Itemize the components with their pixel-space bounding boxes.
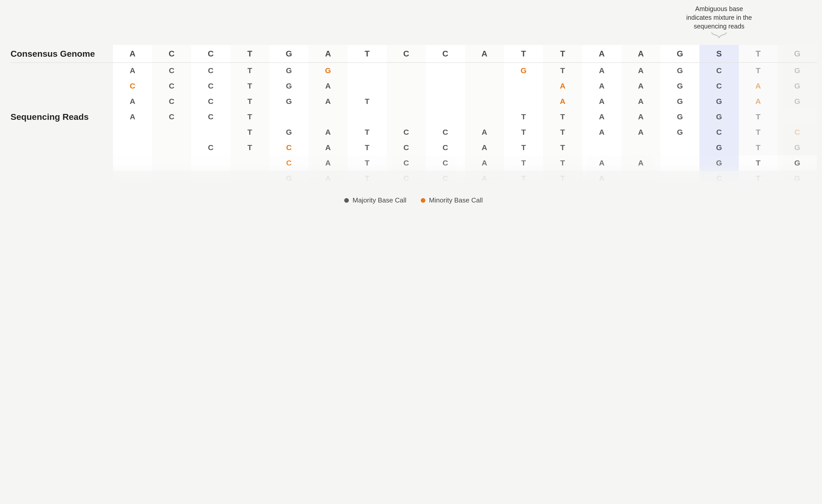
read-base (113, 155, 152, 171)
read-base (152, 140, 191, 155)
reads-label (10, 140, 113, 155)
consensus-base: T (739, 45, 778, 62)
read-base: T (348, 140, 387, 155)
read-base: G (309, 63, 348, 78)
read-base: C (387, 171, 426, 186)
read-base: C (426, 124, 465, 140)
read-base: A (582, 78, 622, 94)
read-base (152, 124, 191, 140)
read-base: T (504, 109, 543, 124)
read-base (152, 171, 191, 186)
read-base: T (739, 124, 778, 140)
annotation-ambiguous-base: Ambiguous base indicates mixture in the … (675, 5, 763, 38)
annotation-line: Ambiguous base (695, 5, 743, 12)
read-base (270, 109, 309, 124)
reads-label (10, 94, 113, 109)
read-base: T (348, 94, 387, 109)
consensus-base: T (543, 45, 582, 62)
read-base: C (700, 63, 739, 78)
read-base (231, 171, 270, 186)
legend-label: Majority Base Call (352, 196, 406, 204)
read-base: C (778, 124, 817, 140)
read-base (504, 94, 543, 109)
read-base: T (348, 171, 387, 186)
read-base: G (778, 155, 817, 171)
read-base (426, 63, 465, 78)
read-base: C (700, 171, 739, 186)
read-base: T (348, 155, 387, 171)
read-base: G (661, 94, 700, 109)
read-base: A (465, 171, 504, 186)
read-base: C (387, 140, 426, 155)
read-base: A (465, 140, 504, 155)
read-base: A (309, 94, 348, 109)
consensus-base: A (465, 45, 504, 62)
read-base (661, 155, 700, 171)
read-base: T (543, 109, 582, 124)
read-base: C (700, 124, 739, 140)
reads-label (10, 124, 113, 140)
read-base (348, 63, 387, 78)
read-base (622, 171, 661, 186)
read-base: C (152, 63, 191, 78)
consensus-base: T (504, 45, 543, 62)
read-base: G (700, 109, 739, 124)
read-base: G (778, 171, 817, 186)
reads-label: Sequencing Reads (10, 109, 113, 124)
consensus-base: A (309, 45, 348, 62)
read-base: C (270, 155, 309, 171)
dot-icon (421, 198, 425, 203)
read-base: C (426, 171, 465, 186)
read-base: C (191, 140, 230, 155)
read-base: T (543, 171, 582, 186)
read-base (504, 78, 543, 94)
read-base: A (113, 63, 152, 78)
read-base: T (739, 140, 778, 155)
read-base: G (700, 140, 739, 155)
read-base (387, 109, 426, 124)
read-base (465, 109, 504, 124)
read-base: C (191, 78, 230, 94)
read-base: A (309, 140, 348, 155)
consensus-base: C (191, 45, 230, 62)
read-base: G (270, 78, 309, 94)
legend-item-minority: Minority Base Call (421, 196, 483, 204)
consensus-base: C (152, 45, 191, 62)
read-base: C (426, 140, 465, 155)
read-base: T (504, 140, 543, 155)
read-base: G (661, 124, 700, 140)
read-base (348, 78, 387, 94)
read-base (778, 109, 817, 124)
read-base: C (152, 109, 191, 124)
read-base: C (387, 124, 426, 140)
read-base: T (543, 155, 582, 171)
read-base: G (700, 94, 739, 109)
read-base: A (739, 94, 778, 109)
reads-label (10, 63, 113, 78)
read-base: T (231, 124, 270, 140)
consensus-base: A (582, 45, 622, 62)
consensus-base: G (661, 45, 700, 62)
reads-label (10, 78, 113, 94)
read-base: A (582, 94, 622, 109)
read-base: T (739, 109, 778, 124)
read-base (661, 140, 700, 155)
read-base (661, 171, 700, 186)
read-base: G (661, 63, 700, 78)
read-base: C (191, 94, 230, 109)
read-base: T (231, 63, 270, 78)
read-base: A (309, 124, 348, 140)
read-base: A (582, 171, 622, 186)
read-base: T (231, 140, 270, 155)
read-base: A (113, 94, 152, 109)
consensus-base: S (700, 45, 739, 62)
read-base: T (543, 140, 582, 155)
read-base: C (700, 78, 739, 94)
read-base (191, 155, 230, 171)
read-base: A (622, 109, 661, 124)
read-base (387, 94, 426, 109)
read-base: A (543, 78, 582, 94)
read-base (465, 78, 504, 94)
read-base (152, 155, 191, 171)
read-base (465, 94, 504, 109)
